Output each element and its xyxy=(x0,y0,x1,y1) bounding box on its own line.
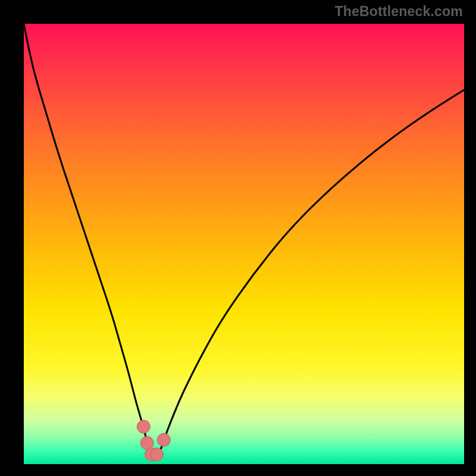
plot-area xyxy=(24,24,464,464)
curve-markers xyxy=(137,420,170,461)
bottleneck-curve xyxy=(24,24,464,457)
chart-frame: TheBottleneck.com xyxy=(0,0,476,476)
curve-marker xyxy=(157,433,170,446)
curve-layer xyxy=(24,24,464,464)
curve-marker xyxy=(137,420,150,433)
curve-marker xyxy=(150,448,163,461)
curve-marker xyxy=(140,436,154,449)
watermark-text: TheBottleneck.com xyxy=(334,4,463,20)
